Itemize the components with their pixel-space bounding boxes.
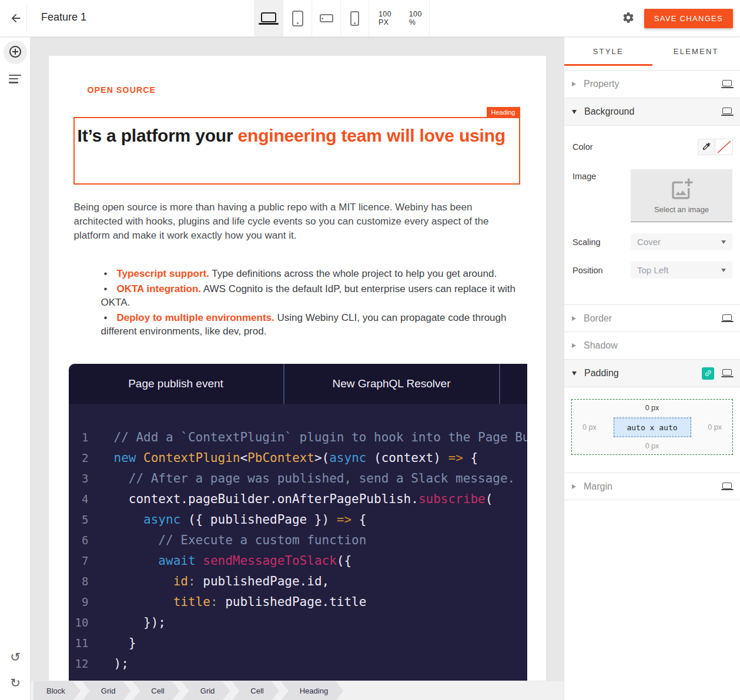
bullet-icon: • xyxy=(101,311,117,324)
responsive-laptop-icon[interactable] xyxy=(722,369,732,376)
breadcrumb-item-grid[interactable]: Grid xyxy=(82,681,131,700)
panel-tab-bar: STYLE ELEMENT xyxy=(564,37,740,66)
list-item-lead: Typescript support. xyxy=(117,268,209,279)
code-tab-bar: Page publish eventNew GraphQL Resolver xyxy=(69,364,527,404)
position-select[interactable]: Top Left xyxy=(631,262,732,279)
code-line: 7 await sendMessageToSlack({ xyxy=(69,551,527,571)
add-circle-icon xyxy=(8,45,22,61)
tab-element[interactable]: ELEMENT xyxy=(652,37,740,66)
active-tab-indicator xyxy=(564,64,652,66)
feature-list[interactable]: •Typescript support. Type definitions ac… xyxy=(101,267,537,338)
section-label: Margin xyxy=(584,481,612,492)
section-label: Border xyxy=(584,313,612,324)
page-heading: It’s a platform your engineering team wi… xyxy=(78,120,517,152)
settings-button[interactable] xyxy=(622,11,635,26)
responsive-laptop-icon[interactable] xyxy=(722,108,732,114)
canvas-zoom-value: 100 % xyxy=(409,10,429,26)
navigator-icon xyxy=(9,75,22,83)
save-changes-button[interactable]: SAVE CHANGES xyxy=(644,9,733,28)
link-icon xyxy=(702,367,714,379)
link-values-button[interactable] xyxy=(702,367,714,380)
scaling-value: Cover xyxy=(637,237,661,247)
responsive-laptop-icon[interactable] xyxy=(722,80,732,86)
color-picker-button[interactable] xyxy=(698,139,715,155)
tablet-icon xyxy=(292,11,303,26)
device-mobile-landscape-button[interactable] xyxy=(312,0,340,36)
mobile-landscape-icon xyxy=(320,14,333,22)
list-item: •OKTA integration. AWS Cognito is the de… xyxy=(101,282,537,309)
tab-style[interactable]: STYLE xyxy=(564,37,652,66)
device-desktop-button[interactable] xyxy=(254,0,283,36)
code-line: 5 async ({ publishedPage }) => { xyxy=(69,510,527,530)
section-label: Padding xyxy=(584,368,619,379)
breadcrumb-item-block[interactable]: Block xyxy=(34,681,81,700)
element-type-badge: Heading xyxy=(487,107,520,118)
section-collapsed-icon xyxy=(572,484,576,489)
code-line: 2new ContextPlugin<PbContext>(async (con… xyxy=(69,448,527,468)
no-color-icon xyxy=(716,139,732,156)
add-image-icon xyxy=(670,177,694,203)
undo-button[interactable]: ↺ xyxy=(8,649,23,665)
heading-dark-text: It’s a platform your xyxy=(78,126,238,145)
code-lines: 1// Add a `ContextPlugin` plugin to hook… xyxy=(69,404,527,685)
page-title: Feature 1 xyxy=(41,11,86,24)
position-label: Position xyxy=(572,266,631,275)
line-number: 3 xyxy=(69,468,89,489)
section-shadow[interactable]: Shadow xyxy=(564,332,740,360)
redo-button[interactable]: ↻ xyxy=(8,675,23,691)
desktop-icon xyxy=(261,12,276,22)
navigator-button[interactable] xyxy=(9,75,22,85)
gear-icon xyxy=(622,11,635,26)
device-mobile-portrait-button[interactable] xyxy=(340,0,369,36)
select-image-dropzone[interactable]: Select an image xyxy=(631,169,732,222)
kicker-text[interactable]: OPEN SOURCE xyxy=(88,56,546,95)
section-border[interactable]: Border xyxy=(564,304,740,332)
breadcrumb-item-cell[interactable]: Cell xyxy=(132,681,179,700)
section-padding[interactable]: Padding xyxy=(564,360,740,387)
section-property[interactable]: Property xyxy=(564,71,740,98)
line-number: 9 xyxy=(69,592,89,612)
line-number: 11 xyxy=(69,633,89,654)
list-item-lead: OKTA integration. xyxy=(117,283,202,294)
code-line: 8 id: publishedPage.id, xyxy=(69,571,527,592)
padding-top-value[interactable]: 0 px xyxy=(572,404,732,412)
line-number: 8 xyxy=(69,571,89,592)
responsive-laptop-icon[interactable] xyxy=(722,314,732,321)
device-preview-switcher xyxy=(254,0,369,36)
padding-right-value[interactable]: 0 px xyxy=(708,423,722,431)
padding-left-value[interactable]: 0 px xyxy=(582,423,597,431)
section-background[interactable]: Background xyxy=(564,98,740,126)
eyedropper-icon xyxy=(702,142,711,153)
background-settings: Color Image xyxy=(564,139,740,304)
breadcrumb-item-heading[interactable]: Heading xyxy=(281,681,343,700)
breadcrumb-item-grid[interactable]: Grid xyxy=(182,681,230,700)
scaling-select[interactable]: Cover xyxy=(631,233,732,250)
code-screenshot[interactable]: Page publish eventNew GraphQL Resolver 1… xyxy=(69,364,527,685)
section-expanded-icon xyxy=(572,110,577,114)
section-label: Shadow xyxy=(584,340,618,351)
section-label: Property xyxy=(584,79,619,89)
code-line: 10 }); xyxy=(69,612,527,633)
back-button[interactable] xyxy=(6,9,26,29)
section-margin[interactable]: Margin xyxy=(564,473,740,500)
top-bar: Feature 1 100 PX 100 % SAVE CHANGES xyxy=(0,0,740,37)
code-line: 12); xyxy=(69,654,527,674)
selected-heading-block[interactable]: Heading It’s a platform your engineering… xyxy=(73,117,520,185)
no-color-button[interactable] xyxy=(715,139,733,155)
bullet-icon: • xyxy=(101,282,117,296)
device-tablet-button[interactable] xyxy=(283,0,312,36)
bullet-icon: • xyxy=(101,267,117,280)
padding-bottom-value[interactable]: 0 px xyxy=(572,442,732,450)
heading-accent-text: engineering team will love using xyxy=(238,126,505,145)
caret-down-icon xyxy=(721,240,726,244)
list-item: •Deploy to multiple environments. Using … xyxy=(101,311,537,338)
code-line: 1// Add a `ContextPlugin` plugin to hook… xyxy=(69,427,527,448)
intro-paragraph[interactable]: Being open source is more than having a … xyxy=(74,200,518,243)
responsive-laptop-icon[interactable] xyxy=(722,483,732,489)
topbar-divider xyxy=(26,5,27,32)
select-image-label: Select an image xyxy=(654,205,709,214)
section-collapsed-icon xyxy=(572,82,576,86)
breadcrumb-item-cell[interactable]: Cell xyxy=(232,681,279,700)
add-element-button[interactable] xyxy=(4,41,27,64)
padding-editor: 0 px 0 px 0 px 0 px auto x auto xyxy=(571,399,733,455)
